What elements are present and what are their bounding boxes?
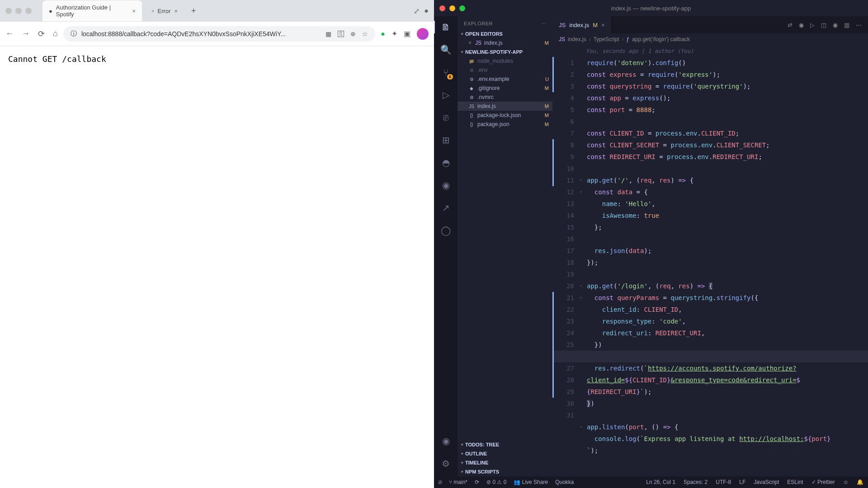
editor-area: JS index.js M × ⇄ ◉ ▷ ◫ ◉ ▥ ⋯ JS index.j…: [552, 16, 868, 476]
source-control-icon[interactable]: ⑂6: [439, 66, 452, 79]
open-editor-item[interactable]: × JS index.js M: [458, 38, 552, 47]
record-icon[interactable]: ◉: [833, 22, 838, 28]
explorer-title: EXPLORER: [464, 21, 493, 27]
page-icon: ▫: [152, 8, 154, 14]
browser-window: ● Authorization Guide | Spotify × ▫ Erro…: [0, 0, 434, 488]
encoding-button[interactable]: UTF-8: [716, 479, 731, 485]
browser-toolbar: ← → ⟳ ⌂ ⓘ localhost:8888/callback?code=A…: [0, 22, 434, 46]
spotify-icon: ●: [49, 8, 52, 14]
browser-tab-2[interactable]: ▫ Error ×: [146, 4, 184, 18]
extension-icon[interactable]: ●: [381, 30, 385, 38]
quokka-button[interactable]: Quokka: [555, 479, 574, 485]
sidebar-section[interactable]: OUTLINE: [458, 449, 552, 458]
more-icon[interactable]: ⋯: [541, 21, 547, 27]
file-tree-item[interactable]: ◆.gitignoreM: [458, 84, 552, 93]
feedback-icon[interactable]: ☺: [843, 479, 849, 485]
forward-button[interactable]: →: [22, 29, 30, 39]
sidebar-section[interactable]: TIMELINE: [458, 458, 552, 467]
file-tree-item[interactable]: 📁node_modules: [458, 56, 552, 66]
github-icon[interactable]: ◯: [439, 224, 452, 237]
prettier-button[interactable]: ✓ Prettier: [811, 479, 835, 485]
notifications-icon[interactable]: 🔔: [857, 479, 863, 485]
remote-icon[interactable]: ⎚: [439, 111, 452, 124]
browser-tab-1[interactable]: ● Authorization Guide | Spotify ×: [42, 0, 142, 21]
reload-button[interactable]: ⟳: [38, 29, 45, 39]
open-editors-section[interactable]: OPEN EDITORS: [458, 29, 552, 38]
vscode-traffic-lights[interactable]: [439, 5, 465, 11]
file-tree-item[interactable]: JSindex.jsM: [458, 102, 552, 111]
compare-icon[interactable]: ⇄: [788, 22, 793, 28]
file-tree-item[interactable]: {}package-lock.jsonM: [458, 111, 552, 120]
account-icon[interactable]: ◉: [439, 435, 452, 447]
close-tab-icon[interactable]: ×: [132, 8, 136, 14]
address-bar[interactable]: ⓘ localhost:8888/callback?code=AQDvE2hsX…: [63, 26, 375, 42]
extensions-icon[interactable]: ✦: [392, 29, 397, 38]
indent-button[interactable]: Spaces: 2: [684, 479, 708, 485]
settings-icon[interactable]: ⚙: [439, 457, 452, 470]
code-editor[interactable]: You, seconds ago | 1 author (You) 123456…: [552, 45, 868, 476]
eslint-button[interactable]: ESLint: [787, 479, 803, 485]
test-icon[interactable]: ◉: [439, 179, 452, 192]
split-icon[interactable]: ◫: [821, 22, 826, 28]
breadcrumb[interactable]: JS index.js› TypeScript› ƒapp.get('/logi…: [552, 33, 868, 45]
layout-icon[interactable]: ▥: [844, 22, 849, 28]
run-icon[interactable]: ▷: [810, 22, 815, 28]
docker-icon[interactable]: ◓: [439, 156, 452, 169]
expand-icon[interactable]: ⤢: [414, 7, 420, 15]
cast-icon[interactable]: ▣: [404, 29, 410, 38]
share-icon[interactable]: ↗: [439, 202, 452, 214]
editor-tab[interactable]: JS index.js M ×: [552, 16, 612, 33]
vscode-titlebar: index.js — newline-spotify-app: [434, 0, 868, 16]
translate-icon[interactable]: 🅂: [338, 30, 344, 38]
line-numbers: 1234567891011121314151617181920212223242…: [552, 45, 580, 476]
project-section[interactable]: NEWLINE-SPOTIFY-APP: [458, 47, 552, 56]
traffic-lights[interactable]: [5, 8, 32, 14]
qr-icon[interactable]: ▦: [326, 30, 331, 38]
vscode-window: index.js — newline-spotify-app 🗎 🔍 ⑂6 ▷ …: [434, 0, 868, 488]
browser-titlebar: ● Authorization Guide | Spotify × ▫ Erro…: [0, 0, 434, 22]
file-tree-item[interactable]: ⚙.env: [458, 66, 552, 75]
status-bar: ⎚ ⑂ main* ⟳ ⊘ 0 ⚠ 0 👥 Live Share Quokka …: [434, 476, 868, 488]
zoom-icon[interactable]: ⊕: [350, 30, 356, 38]
window-title: index.js — newline-spotify-app: [611, 5, 691, 12]
language-button[interactable]: JavaScript: [754, 479, 779, 485]
page-content: Cannot GET /callback: [0, 46, 434, 488]
gitlens-icon[interactable]: ◉: [799, 22, 804, 28]
liveshare-button[interactable]: 👥 Live Share: [514, 479, 548, 485]
close-icon[interactable]: ×: [468, 40, 472, 46]
menu-icon[interactable]: ●: [424, 7, 429, 15]
git-blame: You, seconds ago | 1 author (You): [586, 45, 693, 57]
editor-tabs: JS index.js M × ⇄ ◉ ▷ ◫ ◉ ▥ ⋯: [552, 16, 868, 33]
more-icon[interactable]: ⋯: [856, 22, 862, 28]
sync-button[interactable]: ⟳: [475, 479, 479, 485]
explorer-sidebar: EXPLORER⋯ OPEN EDITORS × JS index.js M N…: [458, 16, 552, 476]
file-tree-item[interactable]: {}package.jsonM: [458, 120, 552, 129]
problems-button[interactable]: ⊘ 0 ⚠ 0: [486, 479, 506, 485]
activity-bar: 🗎 🔍 ⑂6 ▷ ⎚ ⊞ ◓ ◉ ↗ ◯ ◉ ⚙: [434, 16, 458, 476]
sidebar-section[interactable]: TODOS: TREE: [458, 440, 552, 449]
eol-button[interactable]: LF: [739, 479, 745, 485]
sidebar-section[interactable]: NPM SCRIPTS: [458, 467, 552, 476]
extensions-icon[interactable]: ⊞: [439, 134, 452, 146]
bookmark-icon[interactable]: ☆: [362, 30, 368, 38]
debug-icon[interactable]: ▷: [439, 89, 452, 101]
new-tab-button[interactable]: +: [188, 6, 200, 16]
profile-avatar[interactable]: [417, 28, 429, 40]
close-tab-icon[interactable]: ×: [175, 8, 178, 14]
explorer-icon[interactable]: 🗎: [439, 21, 452, 33]
file-tree-item[interactable]: ⚙.env.exampleU: [458, 75, 552, 84]
close-tab-icon[interactable]: ×: [601, 22, 605, 28]
remote-button[interactable]: ⎚: [439, 479, 442, 485]
search-icon[interactable]: 🔍: [439, 43, 452, 56]
home-button[interactable]: ⌂: [53, 29, 58, 39]
back-button[interactable]: ←: [5, 29, 14, 39]
cursor-position[interactable]: Ln 26, Col 1: [646, 479, 675, 485]
site-info-icon[interactable]: ⓘ: [71, 30, 77, 38]
file-tree-item[interactable]: ⚙.nvmrc: [458, 93, 552, 102]
branch-button[interactable]: ⑂ main*: [449, 479, 467, 485]
